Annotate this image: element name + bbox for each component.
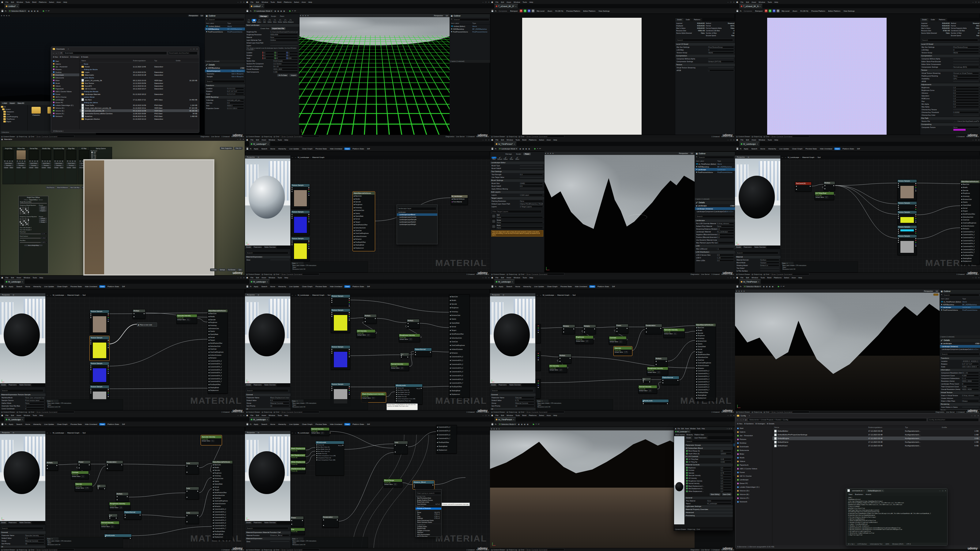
status-live-server[interactable]: Live Server	[946, 411, 955, 413]
default-value[interactable]: 0.2	[824, 196, 828, 198]
menu-item-file[interactable]: File	[4, 1, 10, 3]
asset-tab-label[interactable]: T_sGravel_8K_D*	[498, 5, 514, 7]
prop-value[interactable]	[953, 61, 979, 62]
menu-item-file[interactable]: File	[249, 1, 255, 3]
toolbar-label[interactable]: Clean Graph	[302, 423, 312, 425]
toolbar-label[interactable]: Reimport	[755, 10, 762, 12]
default-value[interactable]: 1.5	[409, 338, 412, 340]
bottom-label[interactable]: Output Log	[264, 411, 272, 413]
param-value[interactable]: 1.0	[721, 477, 732, 480]
sidebar-label[interactable]: Netzwerk	[56, 115, 62, 117]
default-value[interactable]: 1.0	[585, 340, 589, 342]
actor-type[interactable]: BP_HDRIBackdrop	[227, 28, 244, 30]
mode-label[interactable]: Selection Mode	[746, 286, 759, 287]
prop-value[interactable]	[270, 541, 290, 542]
node-blend-range[interactable]: Blend RangeParam (S)Default Value0.5	[383, 479, 402, 487]
toolbar-preview-state[interactable]: Preview State	[315, 423, 328, 426]
prop-value[interactable]: 1.0	[953, 106, 979, 108]
crumb-part[interactable]: Material Graph	[557, 294, 570, 296]
perspective-dropdown[interactable]: Perspective	[246, 156, 256, 158]
toolbar-item[interactable]: Zoom	[547, 10, 553, 12]
tool-label[interactable]: New	[247, 21, 251, 23]
node-title[interactable]: Lerp	[186, 462, 199, 465]
prop-value[interactable]: World	[708, 51, 734, 54]
menu-item-edit[interactable]: Edit	[500, 1, 505, 3]
sidebar-item[interactable]: Landscape	[735, 478, 772, 481]
node-title[interactable]: Texture Sample	[331, 295, 350, 297]
dlg-tab-2[interactable]: Normal	[38, 199, 43, 200]
cmd-label[interactable]: Neu	[55, 56, 58, 58]
node-title[interactable]: Texture Sample	[90, 385, 109, 388]
channel-A[interactable]: A	[776, 10, 780, 12]
bottom-label[interactable]: Cmd	[766, 411, 769, 413]
section-header[interactable]: General	[490, 393, 536, 396]
sidebar-label[interactable]: Landscape	[56, 99, 64, 101]
ls-value[interactable]	[270, 45, 298, 46]
toolbar-live-update[interactable]: Live Update	[43, 423, 55, 426]
tree-label[interactable]: ThirdPerson	[6, 118, 15, 120]
lit-dropdown[interactable]: Lit	[12, 432, 15, 433]
tool-delete[interactable]: ▢Delete	[267, 19, 272, 23]
toolbar-label[interactable]: Preview State	[70, 423, 82, 425]
cmd-label[interactable]: Neu	[739, 423, 742, 425]
sidebar-label[interactable]: Galerie	[56, 63, 61, 65]
details-search[interactable]	[246, 527, 288, 530]
node-title[interactable]: Exp	[291, 528, 305, 531]
tree-label[interactable]: Engine	[6, 121, 11, 122]
prop-value[interactable]: 0.0	[717, 233, 734, 236]
btn-quick-save[interactable]: Quick Save	[4, 162, 13, 164]
status-1-unsaved[interactable]: 1 Unsaved	[466, 136, 474, 137]
perspective-dropdown[interactable]: Perspective	[1, 294, 11, 296]
viewport[interactable]: ✥✥✥✥PerspectiveLit	[544, 151, 695, 272]
node-title[interactable]: Specular Intensity	[177, 314, 197, 317]
channel-G[interactable]: G	[769, 10, 772, 12]
toolbar-platform-stats[interactable]: Platform Stats	[107, 423, 120, 426]
menu-item-platforms[interactable]: Platforms	[283, 1, 293, 3]
prop-value[interactable]	[953, 59, 979, 59]
toolbar-label[interactable]: Home	[270, 286, 275, 287]
search-result[interactable]: LandscapeLayerSwitch	[397, 221, 438, 223]
toolbar-home[interactable]: Home	[24, 285, 31, 288]
details-search[interactable]	[736, 251, 778, 254]
toolbar-label[interactable]: Preview State	[70, 286, 82, 287]
mi-asset-tab[interactable]: MI_Landscape*×	[674, 430, 690, 433]
node-stub[interactable]	[535, 379, 541, 399]
viewport[interactable]: ✥✥✥✥PerspectiveLit⚠ 1	[735, 289, 940, 410]
toolbar-label[interactable]: Search	[261, 286, 267, 287]
toolbar-label[interactable]: Stats	[100, 286, 105, 287]
mi-tab-1[interactable]: Layer Parameters	[693, 436, 708, 439]
eq-slider[interactable]	[20, 218, 21, 226]
breadcrumb[interactable]: Dokumente > Unreal Projects > Forest > C…	[748, 418, 927, 421]
prop-value[interactable]	[760, 271, 780, 271]
btn-P[interactable]: P	[16, 160, 18, 162]
toolbar-hierarchy[interactable]: Hierarchy	[767, 148, 777, 150]
file-row[interactable]: SoundFX12.12.2023 02:16Dateiordner	[80, 84, 199, 87]
channel-label[interactable]: B	[528, 10, 530, 12]
bottom-output-log[interactable]: ▤Output Log	[16, 549, 27, 551]
menu-item-tools[interactable]: Tools	[31, 414, 38, 416]
col-1[interactable]: Änderungsdatum	[133, 60, 154, 62]
param-value[interactable]: 1.5	[721, 480, 732, 482]
node-makematerialattributes[interactable]: MakeMaterialAttributesBaseColorMetallicS…	[212, 460, 233, 540]
toolbar-label[interactable]: Hierarchy	[33, 423, 41, 425]
node-title[interactable]: Texture Sample	[897, 235, 916, 238]
node-title[interactable]: TexCoord [0]	[795, 182, 811, 185]
mode-dropdown[interactable]: ❖Landscape Mode▾	[498, 147, 518, 150]
menu-item-platforms[interactable]: Platforms	[773, 277, 783, 279]
sidebar-item[interactable]: UE 5.1 Course	[51, 95, 79, 98]
cmd-0[interactable]: ⊞Neu	[53, 56, 58, 58]
sidebar-item[interactable]: Musik	[735, 456, 772, 459]
component-label[interactable]: SceneComponent	[207, 70, 232, 72]
toolbar-label[interactable]: Preview State	[315, 423, 327, 425]
preview-viewport[interactable]: PerspectiveLit	[0, 293, 45, 383]
node-title[interactable]: FlattenNormal	[414, 348, 431, 351]
toggle-1[interactable]: Import from File	[271, 27, 285, 30]
asset-tab-label[interactable]: M_Landscape	[253, 281, 266, 283]
node-search-popup[interactable]: LandscapeLandscapeLayerBlendLandscapeLay…	[396, 205, 438, 244]
preset-displace[interactable]: Displace	[39, 210, 47, 211]
toolbar-label[interactable]: Platform Stats	[353, 148, 364, 150]
prop-value[interactable]: Convert to Virtual Texture	[953, 72, 979, 75]
toolbar-search[interactable]: Search	[16, 423, 23, 426]
param-checkbox[interactable]	[686, 469, 688, 471]
node-flattennormal[interactable]: FlattenNormal	[124, 511, 142, 520]
